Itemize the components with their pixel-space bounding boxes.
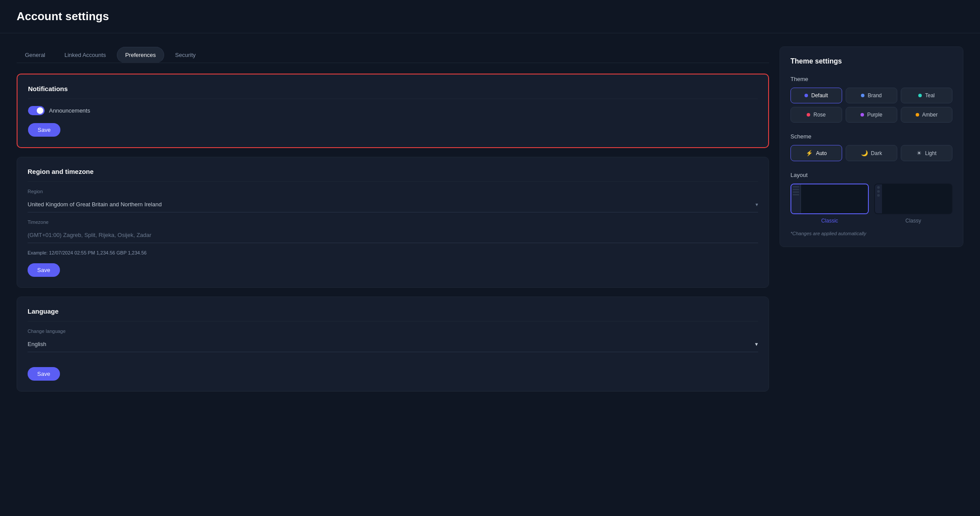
layout-classic-option[interactable]: Classic bbox=[790, 184, 869, 224]
scheme-auto-button[interactable]: ⚡ Auto bbox=[790, 145, 842, 161]
theme-settings-title: Theme settings bbox=[790, 57, 952, 65]
region-select[interactable]: United Kingdom of Great Britain and Nort… bbox=[28, 197, 758, 212]
default-color-dot bbox=[804, 94, 808, 97]
timezone-field-group: Timezone (GMT+01:00) Zagreb, Split, Rije… bbox=[28, 219, 758, 243]
region-timezone-title: Region and timezone bbox=[28, 168, 758, 182]
purple-color-dot bbox=[861, 113, 864, 117]
notifications-section: Notifications Announcements Save bbox=[17, 74, 769, 148]
classic-preview bbox=[790, 184, 869, 214]
language-select[interactable]: English ▾ bbox=[28, 336, 758, 352]
auto-icon: ⚡ bbox=[806, 150, 813, 156]
example-prefix: Example: bbox=[28, 250, 48, 255]
classy-main-area bbox=[882, 184, 952, 213]
region-field-group: Region United Kingdom of Great Britain a… bbox=[28, 189, 758, 212]
page-title: Account settings bbox=[17, 10, 963, 23]
theme-label: Theme bbox=[790, 76, 952, 82]
classic-label: Classic bbox=[790, 218, 869, 224]
theme-brand-button[interactable]: Brand bbox=[846, 88, 897, 103]
theme-default-button[interactable]: Default bbox=[790, 88, 842, 103]
announcements-toggle-row: Announcements bbox=[28, 106, 758, 115]
classy-dot-3 bbox=[877, 194, 880, 197]
region-label: Region bbox=[28, 189, 758, 194]
sidebar-line-2 bbox=[793, 189, 799, 190]
region-chevron-icon: ▾ bbox=[755, 201, 758, 208]
classy-sidebar bbox=[875, 184, 882, 213]
theme-teal-label: Teal bbox=[925, 92, 934, 99]
language-value: English bbox=[28, 341, 46, 347]
theme-purple-label: Purple bbox=[867, 112, 882, 118]
tab-preferences[interactable]: Preferences bbox=[117, 47, 164, 63]
classy-preview-inner bbox=[875, 184, 952, 213]
scheme-options-grid: ⚡ Auto 🌙 Dark ☀ Light bbox=[790, 145, 952, 161]
theme-settings-panel: Theme settings Theme Default Brand Teal … bbox=[780, 46, 963, 247]
language-chevron-icon: ▾ bbox=[755, 341, 758, 347]
region-value: United Kingdom of Great Britain and Nort… bbox=[28, 201, 162, 208]
theme-brand-label: Brand bbox=[868, 92, 882, 99]
sidebar-line-1 bbox=[793, 186, 799, 187]
language-save-button[interactable]: Save bbox=[28, 367, 60, 381]
sidebar-line-4 bbox=[793, 194, 799, 195]
teal-color-dot bbox=[918, 94, 922, 97]
tab-general[interactable]: General bbox=[17, 47, 53, 63]
dark-icon: 🌙 bbox=[861, 150, 868, 156]
scheme-light-label: Light bbox=[925, 150, 936, 156]
scheme-auto-label: Auto bbox=[816, 150, 827, 156]
language-section: Language Change language English ▾ Save bbox=[17, 297, 769, 392]
classy-label: Classy bbox=[874, 218, 952, 224]
scheme-dark-button[interactable]: 🌙 Dark bbox=[846, 145, 897, 161]
theme-amber-label: Amber bbox=[922, 112, 938, 118]
timezone-label: Timezone bbox=[28, 219, 758, 225]
timezone-select[interactable]: (GMT+01:00) Zagreb, Split, Rijeka, Osije… bbox=[28, 227, 758, 243]
classic-sidebar bbox=[791, 184, 801, 213]
notifications-save-button[interactable]: Save bbox=[28, 123, 60, 137]
tabs-bar: General Linked Accounts Preferences Secu… bbox=[17, 46, 769, 63]
page-header: Account settings bbox=[0, 0, 980, 33]
classy-preview bbox=[874, 184, 952, 214]
region-timezone-section: Region and timezone Region United Kingdo… bbox=[17, 157, 769, 288]
brand-color-dot bbox=[861, 94, 864, 97]
notifications-title: Notifications bbox=[28, 85, 758, 99]
example-values: 12/07/2024 02:55 PM 1,234.56 GBP 1,234.5… bbox=[49, 250, 147, 255]
classic-main-area bbox=[801, 184, 868, 213]
light-icon: ☀ bbox=[917, 150, 922, 156]
theme-rose-label: Rose bbox=[813, 112, 825, 118]
theme-teal-button[interactable]: Teal bbox=[901, 88, 952, 103]
classy-dot-1 bbox=[877, 186, 880, 189]
theme-default-label: Default bbox=[811, 92, 828, 99]
timezone-value: (GMT+01:00) Zagreb, Split, Rijeka, Osije… bbox=[28, 232, 151, 238]
layout-label: Layout bbox=[790, 172, 952, 178]
announcements-label: Announcements bbox=[49, 107, 90, 114]
rose-color-dot bbox=[807, 113, 810, 117]
content-wrapper: General Linked Accounts Preferences Secu… bbox=[0, 33, 980, 414]
scheme-dark-label: Dark bbox=[871, 150, 882, 156]
layout-options-grid: Classic Classy bbox=[790, 184, 952, 224]
announcements-toggle[interactable] bbox=[28, 106, 45, 115]
auto-apply-note: *Changes are applied automatically bbox=[790, 231, 952, 236]
tab-security[interactable]: Security bbox=[167, 47, 204, 63]
scheme-light-button[interactable]: ☀ Light bbox=[901, 145, 952, 161]
theme-rose-button[interactable]: Rose bbox=[790, 107, 842, 123]
classy-dot-2 bbox=[877, 190, 880, 193]
theme-options-grid: Default Brand Teal Rose Purple Amber bbox=[790, 88, 952, 123]
region-save-button[interactable]: Save bbox=[28, 263, 60, 277]
theme-amber-button[interactable]: Amber bbox=[901, 107, 952, 123]
classic-preview-inner bbox=[791, 184, 868, 213]
main-panel: General Linked Accounts Preferences Secu… bbox=[17, 46, 769, 400]
tab-linked-accounts[interactable]: Linked Accounts bbox=[56, 47, 114, 63]
amber-color-dot bbox=[916, 113, 919, 117]
sidebar-line-3 bbox=[793, 191, 799, 193]
language-field-group: Change language English ▾ bbox=[28, 329, 758, 352]
language-title: Language bbox=[28, 307, 758, 322]
change-language-label: Change language bbox=[28, 329, 758, 334]
scheme-label: Scheme bbox=[790, 133, 952, 140]
example-text: Example: 12/07/2024 02:55 PM 1,234.56 GB… bbox=[28, 250, 758, 255]
theme-purple-button[interactable]: Purple bbox=[846, 107, 897, 123]
layout-classy-option[interactable]: Classy bbox=[874, 184, 952, 224]
